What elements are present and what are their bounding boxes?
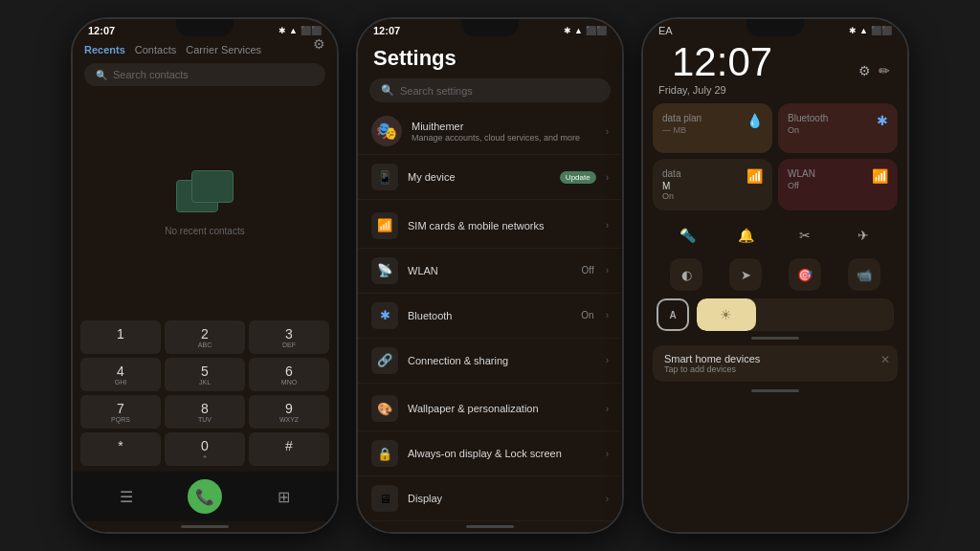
auto-brightness-button[interactable]: A — [657, 298, 689, 331]
display-text: Display — [408, 493, 596, 504]
focus-icon[interactable]: 🎯 — [789, 258, 821, 291]
wallpaper-text: Wallpaper & personalization — [408, 403, 596, 414]
cc-tile-grid: data plan — MB 💧 Bluetooth On ✱ data M O… — [643, 103, 907, 216]
chevron-icon-bluetooth: › — [606, 310, 609, 320]
wlan-text: WLAN — [408, 265, 572, 276]
dial-key-2[interactable]: 2ABC — [165, 320, 245, 354]
display-label: Display — [408, 493, 596, 504]
brightness-slider[interactable]: ☀ — [697, 298, 894, 331]
brightness-circle-icon[interactable]: ◐ — [670, 258, 702, 291]
settings-gear-icon[interactable]: ⚙ — [313, 38, 325, 52]
settings-list: 🎭 Miuithemer Manage accounts, cloud serv… — [358, 108, 622, 521]
dialpad: 1 2ABC 3DEF 4GHI 5JKL 6MNO 7PQRS 8TUV 9W… — [73, 317, 337, 472]
airplane-icon[interactable]: ✈ — [848, 220, 879, 251]
wallpaper-icon: 🎨 — [371, 395, 398, 422]
bluetooth-label: Bluetooth — [408, 310, 571, 321]
chevron-icon-wallpaper: › — [606, 404, 609, 414]
settings-item-display[interactable]: 🖥 Display › — [358, 476, 622, 521]
dial-key-6[interactable]: 6MNO — [249, 358, 329, 391]
bluetooth-tile-label: Bluetooth — [788, 113, 888, 123]
smart-home-banner: Smart home devices Tap to add devices ✕ — [653, 345, 898, 382]
settings-item-sim[interactable]: 📶 SIM cards & mobile networks › — [358, 204, 622, 249]
phone-3: EA ✱ ▲ ⬛⬛ 12:07 ⚙ ✏ Friday, July 29 data… — [641, 17, 909, 534]
dial-key-1[interactable]: 1 — [80, 320, 161, 354]
search-icon: 🔍 — [96, 70, 107, 80]
settings-item-wlan[interactable]: 📡 WLAN Off › — [358, 249, 622, 294]
brightness-row: A ☀ — [643, 295, 907, 335]
phone-bottom-bar: ☰ 📞 ⊞ — [73, 472, 337, 521]
chevron-icon-mydevice: › — [606, 172, 609, 183]
cc-time-big: 12:07 — [657, 38, 788, 82]
data-tile-icon: 📶 — [746, 168, 763, 184]
dial-key-hash[interactable]: # — [249, 432, 329, 466]
chevron-icon-aod: › — [606, 449, 609, 459]
settings-item-bluetooth[interactable]: ✱ Bluetooth On › — [358, 294, 622, 339]
auto-label: A — [669, 310, 676, 320]
sim-label: SIM cards & mobile networks — [408, 220, 596, 231]
dial-key-3[interactable]: 3DEF — [249, 320, 329, 354]
display-icon: 🖥 — [371, 485, 398, 512]
bluetooth-icon: ✱ — [371, 302, 398, 329]
search-settings-bar[interactable]: 🔍 Search settings — [369, 78, 611, 102]
miuithemer-text: Miuithemer Manage accounts, cloud servic… — [412, 121, 596, 143]
search-contacts-bar[interactable]: 🔍 Search contacts — [84, 63, 325, 86]
status-time-1: 12:07 — [88, 25, 115, 36]
settings-icon[interactable]: ⚙ — [858, 63, 871, 78]
smart-home-title: Smart home devices — [664, 353, 886, 364]
dial-key-star[interactable]: * — [80, 432, 161, 466]
wallpaper-label: Wallpaper & personalization — [408, 403, 596, 414]
miuithemer-sub: Manage accounts, cloud services, and mor… — [412, 133, 596, 143]
connection-text: Connection & sharing — [408, 355, 596, 366]
dial-key-4[interactable]: 4GHI — [80, 358, 161, 391]
dialpad-icon[interactable]: ⊞ — [278, 488, 290, 506]
miuithemer-label: Miuithemer — [412, 121, 596, 132]
cc-tile-data[interactable]: data M On 📶 — [653, 159, 772, 210]
edit-icon[interactable]: ✏ — [879, 63, 890, 78]
contacts-empty-icon — [176, 170, 234, 218]
chevron-icon-wlan: › — [606, 265, 609, 276]
settings-item-connection[interactable]: 🔗 Connection & sharing › — [358, 339, 622, 384]
smart-home-close-button[interactable]: ✕ — [880, 353, 890, 366]
phone-2: 12:07 ✱ ▲ ⬛⬛ Settings 🔍 Search settings … — [356, 17, 624, 534]
home-indicator-3 — [751, 389, 799, 392]
settings-item-miuithemer[interactable]: 🎭 Miuithemer Manage accounts, cloud serv… — [358, 108, 622, 155]
smart-home-sub: Tap to add devices — [664, 364, 886, 374]
call-button[interactable]: 📞 — [188, 479, 222, 514]
status-time-2: 12:07 — [373, 25, 400, 36]
menu-icon[interactable]: ☰ — [120, 488, 133, 506]
status-icons-2: ✱ ▲ ⬛⬛ — [564, 26, 607, 35]
brightness-fill: ☀ — [697, 298, 756, 331]
quick-icons-row1: 🔦 🔔 ✂ ✈ — [643, 216, 907, 254]
tab-carrier[interactable]: Carrier Services — [186, 44, 261, 55]
notch-3 — [746, 19, 804, 36]
phone-3-screen: EA ✱ ▲ ⬛⬛ 12:07 ⚙ ✏ Friday, July 29 data… — [643, 19, 907, 532]
settings-item-mydevice[interactable]: 📱 My device Update › — [358, 155, 622, 200]
tab-contacts[interactable]: Contacts — [135, 44, 176, 55]
cc-tile-wlan[interactable]: WLAN Off 📶 — [778, 159, 898, 210]
cc-date: Friday, July 29 — [643, 82, 907, 103]
dial-key-5[interactable]: 5JKL — [165, 358, 245, 391]
search-settings-placeholder: Search settings — [400, 85, 473, 97]
settings-item-wallpaper[interactable]: 🎨 Wallpaper & personalization › — [358, 386, 622, 431]
bell-icon[interactable]: 🔔 — [731, 220, 762, 251]
location-icon[interactable]: ➤ — [729, 258, 762, 291]
status-icons-1: ✱ ▲ ⬛⬛ — [278, 26, 322, 35]
search-settings-icon: 🔍 — [381, 84, 394, 97]
tab-recents[interactable]: Recents — [84, 44, 125, 55]
cc-tile-dataplan[interactable]: data plan — MB 💧 — [653, 103, 772, 153]
wlan-label: WLAN — [408, 265, 572, 276]
bluetooth-value: On — [581, 310, 593, 320]
dial-key-0[interactable]: 0+ — [165, 432, 245, 466]
wlan-value: Off — [582, 265, 594, 276]
cc-user-label: EA — [658, 25, 673, 36]
settings-item-aod[interactable]: 🔒 Always-on display & Lock screen › — [358, 431, 622, 476]
dial-key-8[interactable]: 8TUV — [165, 395, 245, 429]
camera-icon[interactable]: 📹 — [848, 258, 880, 291]
scissors-icon[interactable]: ✂ — [790, 220, 820, 251]
bluetooth-tile-status: On — [788, 125, 888, 135]
chevron-icon-connection: › — [606, 355, 609, 365]
cc-tile-bluetooth[interactable]: Bluetooth On ✱ — [778, 103, 898, 153]
dial-key-7[interactable]: 7PQRS — [80, 395, 161, 429]
dial-key-9[interactable]: 9WXYZ — [249, 395, 329, 429]
torch-icon[interactable]: 🔦 — [673, 220, 703, 251]
